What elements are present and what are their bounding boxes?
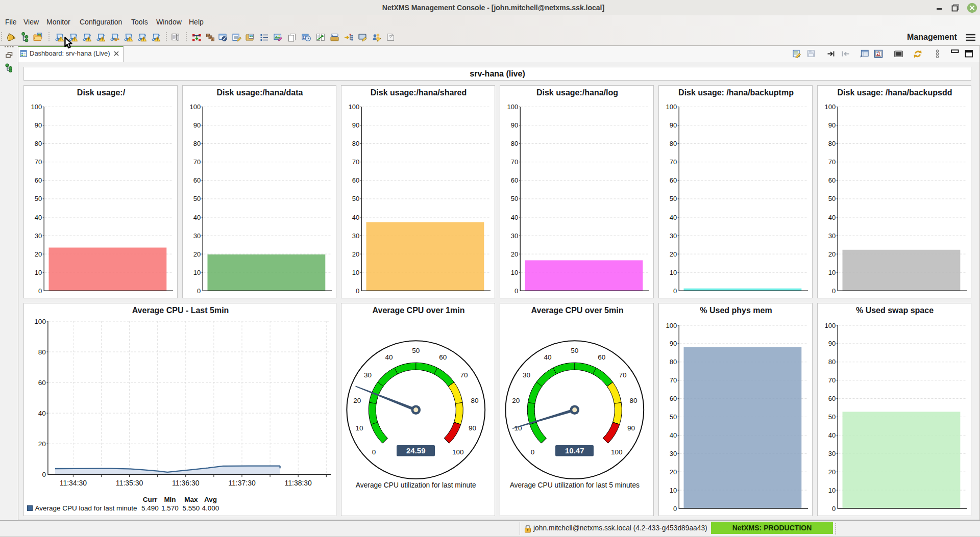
svg-text:Curr: Curr bbox=[143, 496, 158, 503]
svg-text:20: 20 bbox=[511, 250, 518, 258]
svg-text:30: 30 bbox=[828, 232, 836, 240]
svg-text:100: 100 bbox=[611, 448, 623, 456]
svg-text:50: 50 bbox=[35, 195, 42, 202]
svg-text:10: 10 bbox=[352, 269, 359, 276]
svg-text:70: 70 bbox=[670, 376, 677, 384]
svg-text:60: 60 bbox=[38, 379, 46, 387]
svg-text:30: 30 bbox=[511, 232, 518, 240]
svg-text:60: 60 bbox=[598, 353, 605, 361]
svg-text:% Used swap space: % Used swap space bbox=[856, 306, 934, 315]
svg-text:80: 80 bbox=[828, 358, 836, 366]
svg-text:70: 70 bbox=[619, 371, 627, 379]
svg-text:30: 30 bbox=[352, 232, 359, 240]
svg-text:70: 70 bbox=[670, 158, 677, 166]
svg-text:60: 60 bbox=[828, 176, 836, 184]
svg-text:50: 50 bbox=[828, 195, 836, 202]
svg-text:100: 100 bbox=[824, 103, 836, 111]
svg-text:60: 60 bbox=[439, 353, 447, 361]
svg-text:40: 40 bbox=[828, 214, 836, 221]
svg-text:10: 10 bbox=[670, 487, 677, 494]
svg-text:Average CPU over 5min: Average CPU over 5min bbox=[531, 306, 624, 315]
svg-text:90: 90 bbox=[670, 340, 677, 347]
svg-text:80: 80 bbox=[511, 140, 518, 147]
svg-text:60: 60 bbox=[193, 176, 201, 184]
svg-text:80: 80 bbox=[352, 140, 359, 147]
svg-text:30: 30 bbox=[828, 450, 836, 457]
svg-text:90: 90 bbox=[469, 424, 476, 432]
svg-text:20: 20 bbox=[828, 468, 836, 476]
svg-text:20: 20 bbox=[828, 250, 836, 258]
svg-text:100: 100 bbox=[452, 448, 464, 456]
svg-text:Disk usage:/hana/log: Disk usage:/hana/log bbox=[536, 88, 618, 97]
svg-text:Disk usage: /hana/backuptmp: Disk usage: /hana/backuptmp bbox=[678, 88, 794, 97]
svg-text:11:34:30: 11:34:30 bbox=[60, 479, 87, 487]
svg-text:30: 30 bbox=[193, 232, 201, 240]
svg-text:Disk usage: /hana/backupsdd: Disk usage: /hana/backupsdd bbox=[838, 88, 952, 97]
svg-text:40: 40 bbox=[193, 214, 201, 221]
svg-text:30: 30 bbox=[670, 450, 677, 457]
svg-text:60: 60 bbox=[35, 176, 42, 184]
svg-text:70: 70 bbox=[511, 158, 518, 166]
svg-text:50: 50 bbox=[571, 347, 578, 354]
svg-text:60: 60 bbox=[511, 176, 518, 184]
svg-text:90: 90 bbox=[35, 121, 42, 129]
svg-text:Max: Max bbox=[184, 496, 198, 503]
svg-text:5.550: 5.550 bbox=[183, 504, 200, 512]
svg-text:50: 50 bbox=[352, 195, 359, 202]
svg-text:40: 40 bbox=[828, 431, 836, 439]
svg-text:70: 70 bbox=[460, 371, 468, 379]
svg-text:0: 0 bbox=[832, 505, 836, 513]
svg-text:40: 40 bbox=[670, 431, 677, 439]
svg-text:10: 10 bbox=[355, 424, 363, 432]
svg-text:40: 40 bbox=[385, 353, 393, 361]
svg-text:100: 100 bbox=[666, 322, 677, 329]
svg-text:0: 0 bbox=[38, 287, 42, 295]
svg-text:Average CPU load for last minu: Average CPU load for last minute bbox=[35, 504, 137, 512]
svg-text:10: 10 bbox=[511, 269, 518, 276]
svg-text:Average CPU over 1min: Average CPU over 1min bbox=[373, 306, 465, 315]
svg-text:100: 100 bbox=[507, 103, 518, 111]
svg-text:0: 0 bbox=[673, 505, 677, 513]
svg-text:5.490: 5.490 bbox=[141, 504, 159, 512]
svg-text:10: 10 bbox=[193, 269, 201, 276]
svg-text:60: 60 bbox=[828, 395, 836, 402]
svg-text:80: 80 bbox=[471, 397, 478, 404]
svg-text:20: 20 bbox=[352, 250, 359, 258]
svg-text:80: 80 bbox=[193, 140, 201, 147]
svg-text:20: 20 bbox=[35, 250, 42, 258]
svg-text:90: 90 bbox=[352, 121, 359, 129]
svg-text:50: 50 bbox=[670, 195, 677, 202]
svg-text:50: 50 bbox=[511, 195, 518, 202]
svg-text:40: 40 bbox=[511, 214, 518, 221]
svg-text:0: 0 bbox=[514, 287, 518, 295]
svg-text:100: 100 bbox=[824, 322, 836, 329]
svg-text:% Used phys mem: % Used phys mem bbox=[700, 306, 772, 315]
svg-text:11:37:30: 11:37:30 bbox=[228, 479, 256, 487]
svg-text:20: 20 bbox=[512, 397, 520, 404]
svg-text:60: 60 bbox=[352, 176, 359, 184]
svg-text:100: 100 bbox=[34, 318, 46, 325]
svg-text:40: 40 bbox=[670, 214, 677, 221]
svg-text:Avg: Avg bbox=[204, 496, 217, 503]
svg-text:90: 90 bbox=[511, 121, 518, 129]
svg-text:0: 0 bbox=[197, 287, 201, 295]
svg-text:50: 50 bbox=[670, 413, 677, 421]
svg-text:20: 20 bbox=[353, 397, 361, 404]
svg-text:40: 40 bbox=[35, 214, 42, 221]
svg-text:Disk usage:/hana/shared: Disk usage:/hana/shared bbox=[371, 88, 467, 97]
svg-text:4.000: 4.000 bbox=[202, 504, 219, 512]
svg-text:20: 20 bbox=[670, 468, 677, 476]
svg-text:Disk usage:/: Disk usage:/ bbox=[77, 88, 126, 97]
svg-text:0: 0 bbox=[832, 287, 836, 295]
svg-text:30: 30 bbox=[670, 232, 677, 240]
svg-text:1.570: 1.570 bbox=[161, 504, 179, 512]
svg-text:11:38:30: 11:38:30 bbox=[284, 479, 312, 487]
svg-text:Average CPU utilization for la: Average CPU utilization for last 5 minut… bbox=[510, 481, 640, 489]
svg-text:70: 70 bbox=[193, 158, 201, 166]
svg-text:70: 70 bbox=[35, 158, 42, 166]
svg-text:80: 80 bbox=[670, 358, 677, 366]
svg-text:Min: Min bbox=[164, 496, 176, 503]
svg-text:30: 30 bbox=[35, 232, 42, 240]
svg-text:90: 90 bbox=[670, 121, 677, 129]
svg-text:50: 50 bbox=[412, 347, 420, 354]
